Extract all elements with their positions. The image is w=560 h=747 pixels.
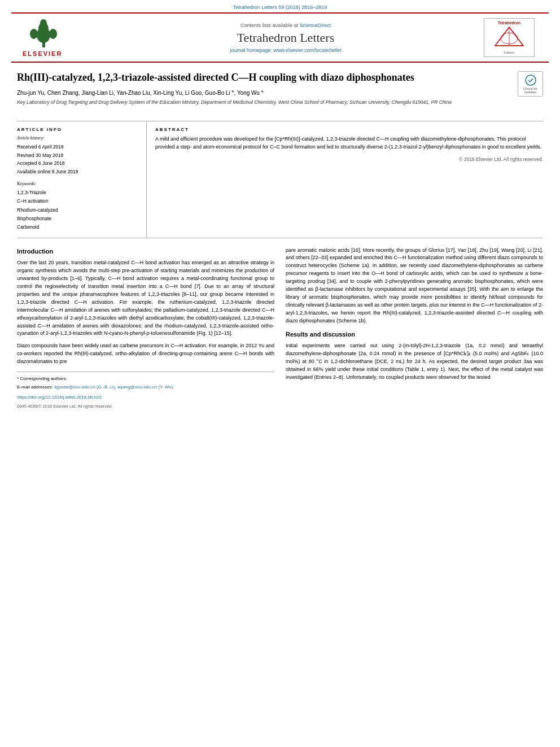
check-updates-label: Check for updates [520,87,541,94]
revised-date: Revised 30 May 2018 [17,151,141,159]
elsevier-tree-icon [23,18,68,49]
keywords-list: 1,2,3-Triazole C–H activation Rhodium-ca… [17,189,141,231]
article-info-label: ARTICLE INFO [17,127,141,132]
tetrahedron-shape-icon [492,26,526,49]
keyword-4: Bisphosphonate [17,215,141,223]
right-column: pare aromatic malonic acids [16]. More r… [286,247,543,410]
results-para-1: Initial experiments were carried out usi… [286,342,543,382]
contents-label: Contents lists available at [240,23,298,28]
results-heading: Results and discussion [286,330,543,339]
introduction-heading: Introduction [17,247,274,256]
doi-link[interactable]: https://doi.org/10.1016/j.tetlet.2018.06… [17,395,102,400]
footer-notes: * Corresponding authors. E-mail addresse… [17,372,274,409]
page-wrapper: Tetrahedron Letters 59 (2018) 2816–2819 [0,0,560,747]
email-label: E-mail addresses: [17,385,53,390]
svg-point-4 [30,29,38,39]
abstract-section: ABSTRACT A mild and efficient procedure … [147,121,543,237]
article-info-abstract: ARTICLE INFO Article history: Received 6… [17,121,543,238]
intro-para-1: Over the last 20 years, transition metal… [17,259,274,338]
footnote-corresponding: * Corresponding authors. [17,375,274,382]
svg-point-5 [49,29,57,39]
copyright-line: © 2018 Elsevier Ltd. All rights reserved… [155,156,543,162]
email-addresses: liguobo@scu.edu.cn (G.-B. Li), wyang@scu… [54,385,174,390]
accepted-date: Accepted 6 June 2018 [17,159,141,167]
tetrahedron-logo-section: Tetrahedron Letters [481,18,537,57]
keywords-label: Keywords: [17,181,141,186]
intro-para-2: Diazo compounds have been widely used as… [17,342,274,366]
svg-point-3 [40,19,47,27]
elsevier-logo-section: ELSEVIER [23,18,90,57]
main-content: Rh(III)-catalyzed, 1,2,3-triazole-assist… [0,63,560,418]
elsevier-brand-name: ELSEVIER [23,50,62,57]
abstract-label: ABSTRACT [155,127,543,132]
article-authors: Zhu-jun Yu, Chen Zhang, Jiang-Lian Li, Y… [17,90,509,96]
tetrahedron-logo-title: Tetrahedron [487,21,532,25]
journal-title-section: Contents lists available at ScienceDirec… [90,23,481,53]
left-column: Introduction Over the last 20 years, tra… [17,247,274,410]
homepage-text: journal homepage: www.elsevier.com/locat… [230,47,341,53]
sciencedirect-line: Contents lists available at ScienceDirec… [96,23,475,28]
article-title-section: Rh(III)-catalyzed, 1,2,3-triazole-assist… [17,71,543,116]
keyword-1: 1,2,3-Triazole [17,189,141,197]
article-title: Rh(III)-catalyzed, 1,2,3-triazole-assist… [17,71,509,84]
sciencedirect-link[interactable]: ScienceDirect [300,23,331,28]
journal-ref-text: Tetrahedron Letters 59 (2018) 2816–2819 [233,5,327,10]
issn-line: 0040-4039/© 2018 Elsevier Ltd. All right… [17,403,274,409]
svg-point-10 [526,75,536,85]
journal-reference: Tetrahedron Letters 59 (2018) 2816–2819 [0,0,560,12]
article-title-text: Rh(III)-catalyzed, 1,2,3-triazole-assist… [17,71,509,112]
keywords-section: Keywords: 1,2,3-Triazole C–H activation … [17,181,141,231]
right-intro-continued: pare aromatic malonic acids [16]. More r… [286,247,543,325]
body-content: Introduction Over the last 20 years, tra… [17,247,543,410]
tetrahedron-logo-subtitle: Letters [487,51,532,54]
journal-header: ELSEVIER Contents lists available at Sci… [11,12,549,63]
journal-homepage-line: journal homepage: www.elsevier.com/locat… [96,47,475,53]
check-updates-badge: Check for updates [518,71,543,97]
available-date: Available online 8 June 2018 [17,168,141,176]
keyword-3: Rhodium-catalyzed [17,206,141,215]
article-info-panel: ARTICLE INFO Article history: Received 6… [17,121,147,237]
abstract-text: A mild and efficient procedure was devel… [155,136,543,151]
journal-name-header: Tetrahedron Letters [96,30,475,45]
author-affiliation: Key Laboratory of Drug Targeting and Dru… [17,99,509,106]
received-date: Received 6 April 2018 [17,143,141,151]
check-updates-icon [525,75,536,86]
tetrahedron-logo-box: Tetrahedron Letters [484,18,535,57]
doi-section: https://doi.org/10.1016/j.tetlet.2018.06… [17,394,274,401]
keyword-5: Carbenoid [17,223,141,231]
footnote-email: E-mail addresses: liguobo@scu.edu.cn (G.… [17,384,274,391]
history-dates: Received 6 April 2018 Revised 30 May 201… [17,143,141,176]
history-label: Article history: [17,136,141,141]
keyword-2: C–H activation [17,197,141,206]
elsevier-logo: ELSEVIER [23,18,90,57]
